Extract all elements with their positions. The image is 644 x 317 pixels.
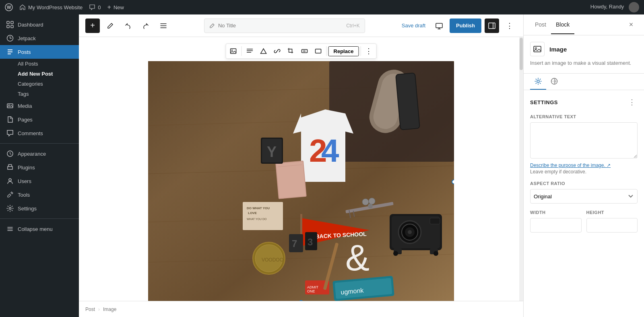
settings-title: Settings (530, 99, 558, 105)
settings-header: Settings ⋮ (530, 97, 638, 108)
settings-tab[interactable] (530, 74, 546, 90)
preview-button[interactable] (432, 19, 446, 33)
sidebar-item-appearance[interactable]: Appearance (0, 147, 79, 161)
editor-scrollbar[interactable] (519, 37, 523, 301)
admin-bar-new[interactable]: + New (107, 4, 124, 10)
sidebar-item-settings[interactable]: Settings (0, 202, 79, 215)
publish-button[interactable]: Publish (450, 19, 481, 33)
expand-button[interactable] (312, 45, 325, 58)
styles-tab[interactable] (546, 74, 562, 90)
options-button[interactable]: ⋮ (502, 19, 517, 33)
sidebar-item-media[interactable]: Media (0, 99, 79, 113)
settings-more-button[interactable]: ⋮ (626, 97, 638, 108)
admin-bar-site[interactable]: My WordPress Website (19, 4, 83, 10)
alt-text-help-text: Leave empty if decorative. (530, 169, 638, 175)
pencil-icon (107, 22, 114, 29)
replace-button[interactable]: Replace (328, 46, 359, 56)
height-input[interactable] (586, 218, 638, 233)
sidebar-item-users[interactable]: Users (0, 174, 79, 188)
svg-text:WHAT YOU DO: WHAT YOU DO (247, 218, 267, 220)
sidebar-divider (0, 143, 79, 144)
post-title: No Title (218, 23, 236, 29)
panel-icon-tabs (524, 74, 644, 90)
sidebar-item-label: Comments (18, 130, 43, 136)
svg-point-35 (408, 230, 412, 234)
sidebar-item-label: Posts (18, 49, 31, 55)
caption-icon (260, 47, 267, 55)
post-title-bar[interactable]: No Title Ctrl+K (204, 19, 365, 33)
save-draft-button[interactable]: Save draft (398, 20, 429, 31)
sidebar-item-jetpack[interactable]: Jetpack (0, 31, 79, 45)
panel-close-button[interactable]: × (625, 19, 638, 31)
svg-point-75 (369, 198, 375, 204)
sidebar-item-label: Jetpack (18, 35, 36, 41)
image-svg: 2 4 Y (148, 61, 454, 301)
sidebar-toggle-button[interactable] (485, 19, 499, 33)
submenu-tags[interactable]: Tags (18, 89, 79, 99)
sidebar-item-posts[interactable]: Posts (0, 45, 79, 59)
breadcrumb-image[interactable]: Image (103, 307, 116, 312)
list-view-button[interactable] (156, 19, 171, 33)
alt-text-input[interactable] (530, 122, 638, 158)
block-type-button[interactable] (227, 45, 240, 58)
link-button[interactable] (271, 45, 284, 58)
add-block-button[interactable]: + (85, 19, 100, 33)
alt-text-button[interactable] (298, 45, 311, 58)
wp-logo[interactable]: W (5, 3, 13, 11)
alt-text-label: ALTERNATIVE TEXT (530, 114, 638, 119)
svg-text:ADMIT: ADMIT (307, 285, 319, 289)
svg-point-11 (9, 208, 11, 210)
svg-point-40 (433, 251, 438, 256)
submenu-all-posts[interactable]: All Posts (18, 59, 79, 69)
align-button[interactable] (244, 45, 256, 58)
alt-text-field: ALTERNATIVE TEXT Describe the purpose of… (530, 114, 638, 175)
editor-canvas[interactable]: Replace ⋮ (79, 37, 523, 301)
svg-text:Y: Y (267, 144, 277, 160)
sidebar-item-plugins[interactable]: Plugins (0, 161, 79, 174)
sidebar-item-pages[interactable]: Pages (0, 113, 79, 126)
sidebar-item-tools[interactable]: Tools (0, 188, 79, 202)
image-content: 2 4 Y (148, 61, 454, 301)
submenu-categories[interactable]: Categories (18, 79, 79, 89)
svg-text:3: 3 (308, 237, 313, 247)
breadcrumb-post[interactable]: Post (85, 307, 95, 312)
admin-bar: W My WordPress Website 0 + New Howdy, Ra… (0, 0, 644, 14)
svg-point-39 (393, 251, 398, 256)
sidebar-item-label: Collapse menu (18, 226, 53, 232)
undo-button[interactable] (121, 19, 135, 33)
submenu-add-new-post[interactable]: Add New Post (18, 69, 79, 79)
more-options-button[interactable]: ⋮ (362, 45, 375, 58)
admin-bar-user[interactable]: Howdy, Randy (590, 2, 639, 12)
image-display: 2 4 Y (148, 61, 454, 301)
aspect-ratio-select[interactable]: Original Square - 1:1 Standard - 4:3 Por… (530, 189, 638, 204)
resize-handle-right[interactable] (452, 179, 454, 184)
collapse-icon (6, 225, 14, 233)
crop-icon (287, 47, 295, 55)
tab-post[interactable]: Post (530, 16, 551, 34)
tools-icon (6, 191, 14, 198)
admin-bar-comments[interactable]: 0 (89, 4, 101, 10)
svg-text:LOVE: LOVE (248, 211, 257, 215)
alt-text-help-link[interactable]: Describe the purpose of the image. ↗ (530, 163, 638, 168)
svg-point-78 (535, 47, 537, 49)
scrollbar-thumb[interactable] (520, 38, 523, 70)
sidebar-item-dashboard[interactable]: Dashboard (0, 18, 79, 31)
panel-tabs: Post Block × (524, 14, 644, 35)
sidebar-item-label: Settings (18, 206, 37, 212)
tools-button[interactable] (103, 19, 118, 33)
width-label: WIDTH (530, 210, 582, 215)
tab-block[interactable]: Block (551, 16, 574, 34)
crop-button[interactable] (285, 45, 297, 58)
image-block[interactable]: 2 4 Y (148, 61, 454, 301)
block-info: Image Insert an image to make a visual s… (524, 35, 644, 74)
sidebar-item-collapse[interactable]: Collapse menu (0, 222, 79, 236)
settings-icon (6, 205, 14, 212)
wp-logo-icon: W (5, 3, 13, 11)
svg-text:&: & (345, 238, 369, 278)
triangle-button[interactable] (257, 45, 270, 58)
width-input[interactable] (530, 218, 582, 233)
editor-body: Replace ⋮ (79, 37, 523, 317)
redo-button[interactable] (138, 19, 153, 33)
sidebar-item-comments[interactable]: Comments (0, 126, 79, 140)
toolbar-divider-3 (360, 46, 361, 56)
